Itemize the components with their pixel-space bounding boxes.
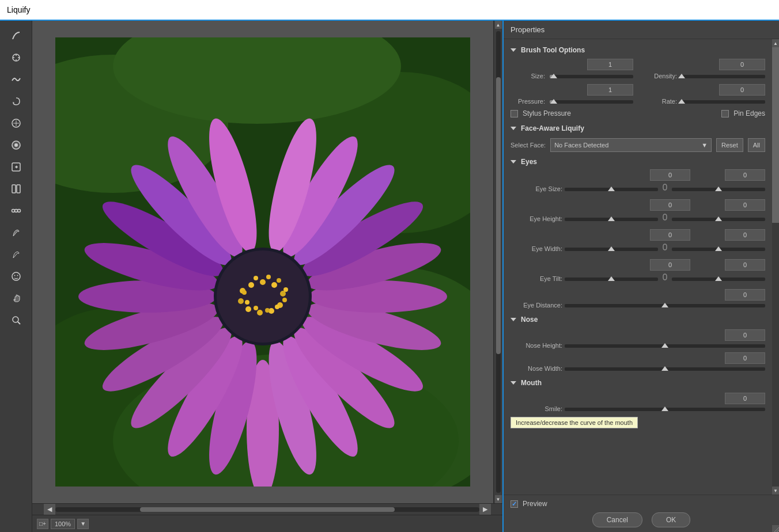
bloat-tool[interactable] [6,135,27,155]
eye-distance-thumb[interactable] [661,303,668,307]
eye-tilt-left-slider[interactable] [565,278,658,281]
nose-height-slider[interactable] [565,344,765,348]
resize-corner[interactable] [772,525,779,532]
expand-btn[interactable]: □+ [37,519,48,529]
pin-edges-checkbox[interactable] [721,110,729,117]
v-scroll-thumb[interactable] [496,77,501,354]
canvas-wrapper[interactable] [32,21,493,503]
cancel-button[interactable]: Cancel [592,512,642,527]
eye-width-left-input[interactable] [650,229,690,241]
face-tool[interactable] [6,266,27,287]
dialog-buttons: Cancel OK [510,512,772,527]
h-scrollbar-thumb[interactable] [140,507,395,512]
rate-thumb[interactable] [678,99,685,104]
hand-tool[interactable] [6,288,27,309]
eye-size-left-slider[interactable] [565,188,658,191]
rate-input[interactable] [719,84,765,96]
brush-section-label: Brush Tool Options [521,46,585,54]
size-slider[interactable] [550,75,633,78]
eye-height-link-icon[interactable] [660,212,670,223]
canvas-image[interactable] [55,37,470,487]
panel-scroll-track[interactable] [772,47,779,487]
eye-tilt-link-icon[interactable] [660,272,670,283]
stylus-pressure-checkbox[interactable] [510,110,518,117]
scroll-up-btn[interactable]: ▲ [495,21,502,29]
eye-size-right-input[interactable] [725,169,765,181]
eye-height-right-slider[interactable] [672,218,765,221]
turbulence-tool[interactable] [6,200,27,221]
eye-height-right-input[interactable] [725,199,765,211]
nose-width-thumb[interactable] [661,366,668,371]
eye-width-right-input[interactable] [725,229,765,241]
panel-scroll-down[interactable]: ▼ [772,487,779,495]
eye-height-left-slider[interactable] [565,218,658,221]
eye-height-right-thumb[interactable] [715,216,722,221]
freeze-mask-tool[interactable] [6,222,27,243]
eye-width-link-icon[interactable] [660,242,670,253]
panel-scroll-thumb[interactable] [772,47,779,223]
rate-slider[interactable] [682,100,765,104]
pressure-slider[interactable] [550,100,633,104]
eye-size-link-icon[interactable] [660,182,670,193]
select-face-dropdown[interactable]: No Faces Detected ▼ [550,138,712,152]
eye-size-left-thumb[interactable] [608,187,615,191]
smooth-tool[interactable] [6,69,27,90]
eyes-header[interactable]: Eyes [504,155,772,168]
density-slider[interactable] [682,75,765,78]
eye-tilt-left-input[interactable] [650,259,690,271]
eye-tilt-left-thumb[interactable] [608,276,615,281]
zoom-dropdown-btn[interactable]: ▼ [77,519,89,529]
collapse-nose-icon [510,318,516,321]
eye-width-left-slider[interactable] [565,248,658,251]
pressure-thumb[interactable] [550,99,557,104]
eye-tilt-right-thumb[interactable] [715,276,722,281]
nose-width-input[interactable] [725,352,765,364]
zoom-tool[interactable] [6,310,27,330]
eye-size-right-slider[interactable] [672,188,765,191]
eye-tilt-right-slider[interactable] [672,278,765,281]
mirror-tool[interactable] [6,178,27,199]
density-thumb[interactable] [678,74,685,78]
eye-height-left-input[interactable] [650,199,690,211]
eye-distance-input[interactable] [725,289,765,301]
panel-scroll[interactable]: Brush Tool Options Size: [504,39,772,495]
scroll-left-btn[interactable]: ◀ [44,504,55,515]
size-thumb[interactable] [550,74,557,78]
scroll-right-btn[interactable]: ▶ [479,504,491,515]
size-input[interactable] [587,59,633,70]
pucker-tool[interactable] [6,113,27,134]
eye-size-left-input[interactable] [650,169,690,181]
all-btn[interactable]: All [748,138,765,152]
forward-warp-tool[interactable] [6,25,27,46]
nose-height-input[interactable] [725,329,765,341]
thaw-mask-tool[interactable] [6,244,27,265]
preview-checkbox[interactable]: ✓ [510,500,518,508]
eye-width-left-thumb[interactable] [608,246,615,251]
face-aware-header[interactable]: Face-Aware Liquify [504,122,772,135]
nose-width-slider[interactable] [565,367,765,371]
eye-height-left-thumb[interactable] [608,216,615,221]
scroll-down-btn[interactable]: ▼ [495,495,502,503]
smile-thumb[interactable] [661,406,668,411]
density-input[interactable] [719,59,765,70]
eye-width-right-thumb[interactable] [715,246,722,251]
nose-height-thumb[interactable] [661,343,668,348]
vertical-scrollbar[interactable]: ▲ ▼ [493,21,502,503]
ok-button[interactable]: OK [652,512,690,527]
push-left-tool[interactable] [6,157,27,177]
nose-header[interactable]: Nose [504,313,772,326]
eye-size-right-thumb[interactable] [715,187,722,191]
reset-btn[interactable]: Reset [716,138,743,152]
h-scrollbar-track[interactable] [55,507,479,512]
panel-scroll-up[interactable]: ▲ [772,39,779,47]
eye-width-right-slider[interactable] [672,248,765,251]
eye-distance-slider[interactable] [565,304,765,307]
smile-input[interactable] [725,393,765,404]
pressure-input[interactable] [587,84,633,96]
brush-tool-options-header[interactable]: Brush Tool Options [504,44,772,56]
eye-tilt-right-input[interactable] [725,259,765,271]
twirl-tool[interactable] [6,91,27,112]
smile-slider[interactable] [565,408,765,411]
reconstruct-tool[interactable] [6,47,27,68]
mouth-header[interactable]: Mouth [504,377,772,389]
